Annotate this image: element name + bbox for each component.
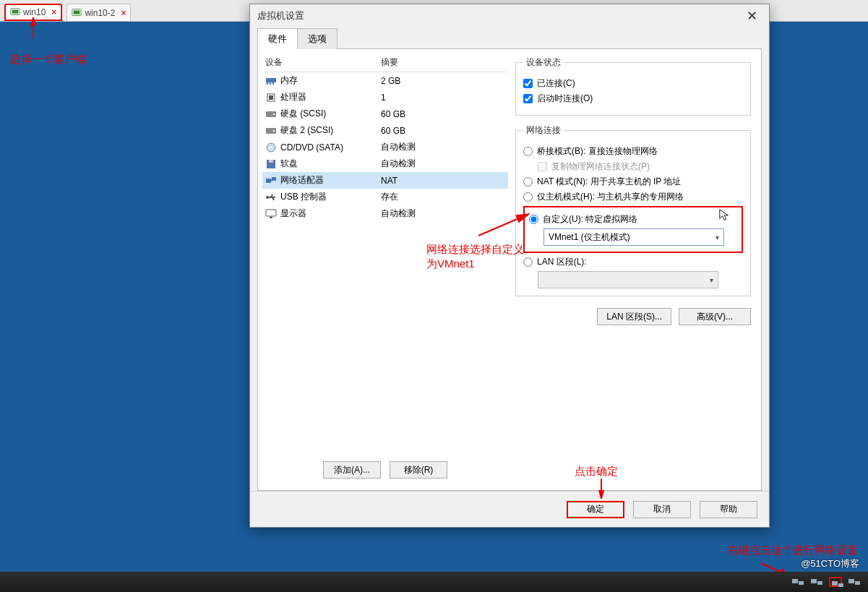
chevron-down-icon: ▾	[710, 276, 713, 284]
rdo-hostonly[interactable]: 仅主机模式(H): 与主机共享的专用网络	[523, 191, 743, 203]
vm-icon	[10, 7, 20, 17]
memory-icon	[265, 76, 277, 86]
cancel-button[interactable]: 取消	[633, 501, 691, 518]
svg-rect-38	[811, 579, 817, 583]
add-device-button[interactable]: 添加(A)...	[323, 461, 381, 479]
help-button[interactable]: 帮助	[700, 501, 757, 518]
rdo-nat[interactable]: NAT 模式(N): 用于共享主机的 IP 地址	[523, 176, 743, 188]
annotation-tray: 右键点击这个进行网络设置	[728, 543, 858, 557]
vm-settings-dialog: 虚拟机设置 ✕ 硬件 选项 设备 摘要 内存 2 GB 处理器	[249, 4, 770, 528]
dialog-footer: 确定 取消 帮助	[250, 491, 769, 527]
tab-hardware[interactable]: 硬件	[257, 28, 298, 49]
cd-icon	[265, 142, 277, 153]
close-icon[interactable]: ×	[121, 8, 126, 18]
svg-point-15	[273, 129, 275, 132]
svg-rect-6	[266, 78, 276, 82]
col-summary: 摘要	[381, 56, 398, 69]
device-settings-panel: 设备状态 已连接(C) 启动时连接(O) 网络连接 桥接模式(B): 直接连接物	[512, 53, 757, 486]
close-button[interactable]: ✕	[742, 8, 762, 24]
device-display[interactable]: 显示器 自动检测	[262, 205, 508, 222]
svg-rect-11	[269, 95, 273, 100]
annotation-select-client: 选择一个客户端	[10, 52, 86, 67]
tray-network-icon[interactable]	[829, 577, 842, 587]
device-disk1[interactable]: 硬盘 (SCSI) 60 GB	[262, 106, 508, 122]
svg-rect-1	[12, 10, 19, 14]
settings-tabs: 硬件 选项	[257, 27, 762, 49]
group-network-connection: 网络连接 桥接模式(B): 直接连接物理网络 复制物理网络连接状态(P) NAT…	[515, 124, 751, 296]
vm-tab-win10[interactable]: win10 ×	[4, 4, 62, 21]
combo-custom-vmnet[interactable]: VMnet1 (仅主机模式) ▾	[543, 228, 724, 246]
col-device: 设备	[265, 56, 381, 69]
ok-button[interactable]: 确定	[567, 501, 624, 518]
device-cddvd[interactable]: CD/DVD (SATA) 自动检测	[262, 139, 508, 155]
close-icon[interactable]: ×	[51, 7, 56, 17]
svg-rect-20	[266, 179, 271, 183]
tray-network-icon[interactable]	[810, 577, 823, 587]
svg-rect-41	[838, 583, 843, 587]
group-device-state: 设备状态 已连接(C) 启动时连接(O)	[515, 56, 751, 116]
rdo-custom[interactable]: 自定义(U): 特定虚拟网络	[529, 213, 737, 226]
chk-replicate-state: 复制物理网络连接状态(P)	[538, 160, 743, 173]
rdo-custom-input[interactable]	[529, 215, 538, 224]
rdo-hostonly-input[interactable]	[523, 192, 533, 202]
tray-network-icon[interactable]	[791, 577, 804, 587]
chk-replicate-input	[538, 162, 547, 171]
cpu-icon	[265, 93, 277, 103]
network-icon	[265, 176, 277, 186]
rdo-bridged[interactable]: 桥接模式(B): 直接连接物理网络	[523, 145, 743, 158]
tab-options[interactable]: 选项	[297, 28, 338, 49]
svg-rect-8	[270, 82, 271, 85]
svg-rect-19	[269, 160, 273, 163]
disk-icon	[265, 126, 277, 136]
advanced-button[interactable]: 高级(V)...	[679, 308, 751, 325]
remove-device-button[interactable]: 移除(R)	[390, 461, 447, 479]
svg-rect-27	[266, 210, 276, 216]
svg-rect-37	[799, 581, 804, 585]
svg-rect-39	[817, 581, 822, 585]
vm-icon	[72, 8, 82, 18]
svg-rect-28	[270, 217, 272, 218]
device-network[interactable]: 网络适配器 NAT	[262, 172, 508, 189]
svg-rect-36	[792, 579, 798, 583]
chk-connected-input[interactable]	[523, 79, 533, 88]
usb-icon	[265, 192, 277, 202]
taskbar	[0, 572, 868, 592]
rdo-lan-segment[interactable]: LAN 区段(L):	[523, 256, 743, 268]
lan-segments-button[interactable]: LAN 区段(S)...	[597, 308, 671, 325]
svg-rect-40	[832, 581, 838, 585]
svg-rect-43	[855, 581, 860, 585]
device-list-panel: 设备 摘要 内存 2 GB 处理器 1 硬盘 (SCSI) 60 GB	[262, 53, 508, 486]
tray-network-icon[interactable]	[848, 577, 861, 587]
rdo-lan-input[interactable]	[523, 257, 533, 267]
floppy-icon	[265, 159, 277, 169]
svg-rect-9	[272, 82, 274, 85]
device-list[interactable]: 内存 2 GB 处理器 1 硬盘 (SCSI) 60 GB 硬盘 2 (SCSI…	[262, 72, 508, 454]
dialog-title: 虚拟机设置	[257, 9, 304, 22]
dialog-titlebar: 虚拟机设置 ✕	[250, 4, 769, 27]
svg-rect-42	[848, 579, 854, 583]
chk-connect-on-start-input[interactable]	[523, 94, 533, 103]
svg-rect-3	[74, 10, 80, 14]
watermark: @51CTO博客	[801, 557, 859, 570]
vm-tab-label: win10-2	[85, 8, 115, 18]
disk-icon	[265, 109, 277, 119]
chk-connect-on-start[interactable]: 启动时连接(O)	[523, 93, 743, 105]
device-disk2[interactable]: 硬盘 2 (SCSI) 60 GB	[262, 122, 508, 139]
display-icon	[265, 209, 277, 219]
svg-point-17	[270, 146, 272, 148]
chevron-down-icon: ▾	[716, 233, 719, 241]
device-memory[interactable]: 内存 2 GB	[262, 72, 508, 89]
rdo-bridged-input[interactable]	[523, 147, 533, 156]
chk-connected[interactable]: 已连接(C)	[523, 77, 743, 90]
svg-point-13	[273, 113, 275, 115]
device-floppy[interactable]: 软盘 自动检测	[262, 155, 508, 172]
rdo-nat-input[interactable]	[523, 177, 533, 186]
device-cpu[interactable]: 处理器 1	[262, 89, 508, 106]
combo-lan-segment: ▾	[538, 271, 718, 288]
device-usb[interactable]: USB 控制器 存在	[262, 189, 508, 205]
vm-tab-win10-2[interactable]: win10-2 ×	[66, 4, 131, 21]
vm-tab-label: win10	[23, 7, 46, 17]
svg-rect-7	[267, 82, 268, 85]
